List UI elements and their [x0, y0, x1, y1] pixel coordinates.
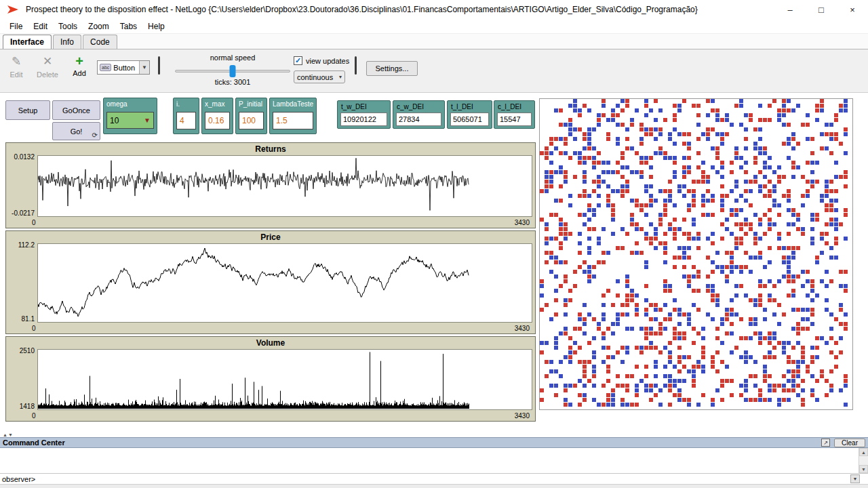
monitor-t-w-dei: t_w_DEI 10920122	[337, 100, 391, 129]
menu-edit[interactable]: Edit	[28, 20, 53, 33]
input-label: x_max	[205, 100, 224, 108]
button-widget-icon: abc	[100, 64, 111, 71]
chooser-value: 10	[110, 116, 119, 125]
interface-workspace: Setup GoOnce Go! ⟳ omega 10 ▼ i. 4 x_max…	[0, 93, 868, 432]
speed-slider[interactable]	[175, 70, 290, 73]
menu-tabs[interactable]: Tabs	[115, 20, 142, 33]
add-widget-button[interactable]: + Add	[66, 55, 93, 77]
plot-y-max-label: 2510	[6, 347, 35, 354]
command-center-splitter[interactable]: ▲▼	[0, 432, 868, 437]
close-button[interactable]: ×	[837, 0, 868, 19]
input-i: i. 4	[173, 98, 199, 134]
toolbar-separator	[355, 56, 357, 75]
tab-interface[interactable]: Interface	[3, 35, 52, 49]
add-label: Add	[66, 69, 93, 77]
speed-slider-thumb[interactable]	[230, 65, 236, 77]
monitor-value: 27834	[396, 113, 441, 126]
chooser-label: omega	[106, 100, 127, 108]
chevron-down-icon: ▼	[139, 61, 149, 74]
setup-button[interactable]: Setup	[5, 100, 50, 120]
chooser-dropdown-icon: ▼	[144, 117, 151, 124]
scroll-down-icon[interactable]: ▼	[859, 465, 868, 473]
view-updates-checkbox[interactable]: ✓	[294, 56, 302, 65]
monitor-value: 5065071	[450, 113, 489, 126]
scroll-up-icon[interactable]: ▲	[859, 448, 868, 456]
popout-icon[interactable]: ↗	[821, 439, 830, 447]
settings-button[interactable]: Settings...	[366, 61, 418, 76]
plot-area	[37, 155, 532, 217]
command-center-header: Command Center ↗ Clear	[0, 437, 868, 448]
input-value-field[interactable]: 4	[176, 112, 196, 129]
input-value-field[interactable]: 0.16	[205, 112, 230, 129]
history-dropdown-icon[interactable]: ▼	[850, 474, 860, 483]
minimize-button[interactable]: –	[774, 0, 806, 19]
edit-pencil-icon: ✎	[3, 55, 30, 68]
observer-command-row: observer> ▼	[0, 474, 868, 484]
tab-code[interactable]: Code	[83, 35, 117, 49]
go-once-button[interactable]: GoOnce	[52, 100, 100, 120]
plot-area	[37, 243, 532, 323]
monitor-label: t_l_DEI	[451, 103, 473, 110]
plot-title: Price	[6, 232, 535, 242]
volume-series-canvas	[38, 350, 532, 409]
monitor-value: 10920122	[340, 113, 387, 126]
menu-bar: File Edit Tools Zoom Tabs Help	[0, 19, 868, 34]
widget-type-value: Button	[113, 64, 135, 72]
returns-series-canvas	[38, 156, 532, 216]
tab-info[interactable]: Info	[53, 35, 81, 49]
delete-widget-button[interactable]: ✕ Delete	[34, 55, 61, 79]
input-x-max: x_max 0.16	[201, 98, 233, 134]
plot-y-min-label: 81.1	[6, 315, 35, 323]
input-label: i.	[176, 100, 180, 108]
input-label: P_initial	[239, 100, 262, 108]
menu-help[interactable]: Help	[142, 20, 170, 33]
plot-price: Price 112.2 81.1 0 3430	[5, 230, 536, 334]
speed-slider-label: normal speed	[175, 54, 290, 62]
ticks-counter: ticks: 3001	[175, 78, 290, 86]
forever-arrows-icon: ⟳	[92, 131, 98, 139]
command-center-scrollbar[interactable]: ▲ ▼	[859, 448, 868, 473]
plot-volume: Volume 2510 1418 0 3430	[5, 336, 536, 422]
omega-chooser[interactable]: omega 10 ▼	[103, 98, 157, 134]
menu-tools[interactable]: Tools	[53, 20, 83, 33]
view-updates-control[interactable]: ✓ view updates	[294, 56, 349, 65]
monitor-label: c_w_DEI	[397, 103, 424, 110]
world-view	[539, 98, 853, 410]
view-updates-label: view updates	[306, 57, 349, 65]
world-agents-canvas	[540, 99, 852, 409]
go-forever-button[interactable]: Go! ⟳	[52, 122, 100, 140]
input-p-initial: P_initial 100	[235, 98, 267, 134]
widget-type-dropdown[interactable]: abc Button ▼	[97, 60, 150, 75]
maximize-button[interactable]: □	[806, 0, 837, 19]
title-bar: Prospect theory to the disposition effec…	[0, 0, 868, 19]
input-value-field[interactable]: 100	[239, 112, 264, 129]
edit-widget-button[interactable]: ✎ Edit	[3, 55, 30, 79]
command-center-title: Command Center	[3, 439, 65, 447]
monitor-label: c_l_DEI	[498, 103, 521, 110]
input-lambda-teste: LambdaTeste 1.5	[269, 98, 317, 134]
plot-y-max-label: 112.2	[6, 241, 35, 249]
monitor-value: 15547	[497, 113, 532, 126]
monitor-c-w-dei: c_w_DEI 27834	[393, 100, 445, 129]
plot-x-max-label: 3430	[515, 325, 530, 332]
chooser-value-box[interactable]: 10 ▼	[106, 112, 154, 129]
menu-zoom[interactable]: Zoom	[83, 20, 115, 33]
command-input[interactable]	[35, 474, 850, 483]
price-series-canvas	[38, 244, 532, 322]
chevron-down-icon: ▾	[339, 74, 342, 80]
clear-button[interactable]: Clear	[834, 439, 865, 447]
delete-label: Delete	[34, 70, 61, 79]
plot-y-min-label: -0.0217	[6, 209, 35, 217]
observer-prompt: observer>	[0, 475, 35, 483]
monitor-label: t_w_DEI	[341, 103, 367, 110]
plot-y-min-label: 1418	[6, 403, 35, 410]
plot-title: Volume	[6, 338, 535, 348]
horizontal-scrollbar[interactable]	[0, 484, 868, 488]
window-controls: – □ ×	[774, 0, 868, 19]
input-value-field[interactable]: 1.5	[273, 112, 313, 129]
plot-returns: Returns 0.0132 -0.0217 0 3430	[5, 142, 536, 228]
update-mode-dropdown[interactable]: continuous ▾	[294, 70, 345, 83]
menu-file[interactable]: File	[4, 20, 28, 33]
monitor-c-l-dei: c_l_DEI 15547	[494, 100, 535, 129]
plot-x-max-label: 3430	[515, 219, 530, 226]
